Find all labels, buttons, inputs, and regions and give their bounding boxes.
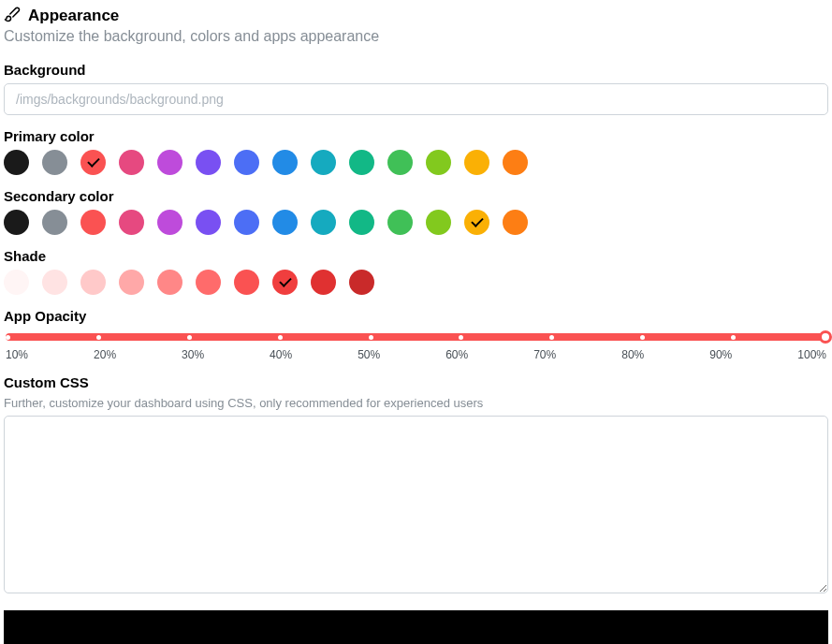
primary-color-swatch[interactable] bbox=[42, 150, 67, 175]
opacity-tick bbox=[278, 335, 283, 340]
custom-css-label: Custom CSS bbox=[4, 374, 828, 390]
primary-color-swatch[interactable] bbox=[387, 150, 413, 175]
opacity-tick-label: 40% bbox=[270, 348, 292, 361]
secondary-color-swatch[interactable] bbox=[349, 210, 374, 235]
custom-css-hint: Further, customize your dashboard using … bbox=[4, 396, 828, 410]
shade-swatch[interactable] bbox=[349, 270, 374, 295]
opacity-tick-label: 80% bbox=[621, 348, 644, 361]
shade-swatch[interactable] bbox=[157, 270, 182, 295]
secondary-color-swatch[interactable] bbox=[119, 210, 144, 235]
opacity-tick bbox=[731, 335, 736, 340]
secondary-color-swatch[interactable] bbox=[157, 210, 182, 235]
opacity-slider[interactable] bbox=[6, 333, 826, 341]
secondary-color-swatch[interactable] bbox=[4, 210, 29, 235]
secondary-color-swatch[interactable] bbox=[196, 210, 221, 235]
shade-swatch[interactable] bbox=[80, 270, 106, 295]
primary-color-swatch[interactable] bbox=[272, 150, 298, 175]
custom-css-textarea[interactable] bbox=[4, 416, 828, 593]
secondary-color-swatch[interactable] bbox=[234, 210, 259, 235]
opacity-tick bbox=[549, 335, 554, 340]
primary-color-swatch[interactable] bbox=[119, 150, 144, 175]
primary-color-swatch[interactable] bbox=[311, 150, 336, 175]
secondary-color-swatch[interactable] bbox=[272, 210, 298, 235]
primary-color-swatch[interactable] bbox=[464, 150, 489, 175]
shade-swatch[interactable] bbox=[272, 270, 298, 295]
opacity-tick bbox=[187, 335, 192, 340]
primary-color-swatch[interactable] bbox=[349, 150, 374, 175]
opacity-tick-label: 90% bbox=[709, 348, 732, 361]
background-input[interactable] bbox=[4, 83, 828, 115]
secondary-color-swatch[interactable] bbox=[387, 210, 413, 235]
primary-color-swatch[interactable] bbox=[503, 150, 528, 175]
secondary-color-swatch[interactable] bbox=[311, 210, 336, 235]
primary-color-row bbox=[4, 150, 828, 175]
secondary-color-row bbox=[4, 210, 828, 235]
shade-swatch[interactable] bbox=[196, 270, 221, 295]
opacity-tick bbox=[6, 335, 10, 340]
primary-color-swatch[interactable] bbox=[80, 150, 106, 175]
opacity-tick bbox=[96, 335, 101, 340]
opacity-tick-label: 30% bbox=[182, 348, 204, 361]
primary-color-swatch[interactable] bbox=[426, 150, 451, 175]
brush-icon bbox=[4, 6, 21, 26]
opacity-tick-label: 20% bbox=[94, 348, 116, 361]
shade-label: Shade bbox=[4, 248, 828, 264]
background-label: Background bbox=[4, 62, 828, 78]
secondary-color-swatch[interactable] bbox=[503, 210, 528, 235]
shade-swatch[interactable] bbox=[234, 270, 259, 295]
shade-swatch[interactable] bbox=[311, 270, 336, 295]
opacity-slider-thumb[interactable] bbox=[819, 330, 832, 344]
page-subtitle: Customize the background, colors and app… bbox=[4, 28, 828, 45]
opacity-tick bbox=[640, 335, 645, 340]
primary-color-label: Primary color bbox=[4, 128, 828, 144]
primary-color-swatch[interactable] bbox=[196, 150, 221, 175]
secondary-color-swatch[interactable] bbox=[80, 210, 106, 235]
opacity-tick-label: 10% bbox=[6, 348, 28, 361]
primary-color-swatch[interactable] bbox=[234, 150, 259, 175]
shade-swatch[interactable] bbox=[42, 270, 67, 295]
primary-color-swatch[interactable] bbox=[157, 150, 182, 175]
opacity-tick-label: 100% bbox=[797, 348, 826, 361]
primary-color-swatch[interactable] bbox=[4, 150, 29, 175]
opacity-tick-label: 50% bbox=[358, 348, 380, 361]
opacity-tick bbox=[459, 335, 463, 340]
shade-row bbox=[4, 270, 828, 295]
opacity-tick-label: 60% bbox=[445, 348, 468, 361]
secondary-color-swatch[interactable] bbox=[464, 210, 489, 235]
shade-swatch[interactable] bbox=[4, 270, 29, 295]
opacity-tick bbox=[369, 335, 373, 340]
secondary-color-swatch[interactable] bbox=[426, 210, 451, 235]
secondary-color-label: Secondary color bbox=[4, 188, 828, 204]
bottom-bar bbox=[4, 610, 828, 644]
secondary-color-swatch[interactable] bbox=[42, 210, 67, 235]
page-title: Appearance bbox=[28, 7, 119, 25]
opacity-tick-label: 70% bbox=[533, 348, 556, 361]
opacity-label: App Opacity bbox=[4, 308, 828, 324]
shade-swatch[interactable] bbox=[119, 270, 144, 295]
